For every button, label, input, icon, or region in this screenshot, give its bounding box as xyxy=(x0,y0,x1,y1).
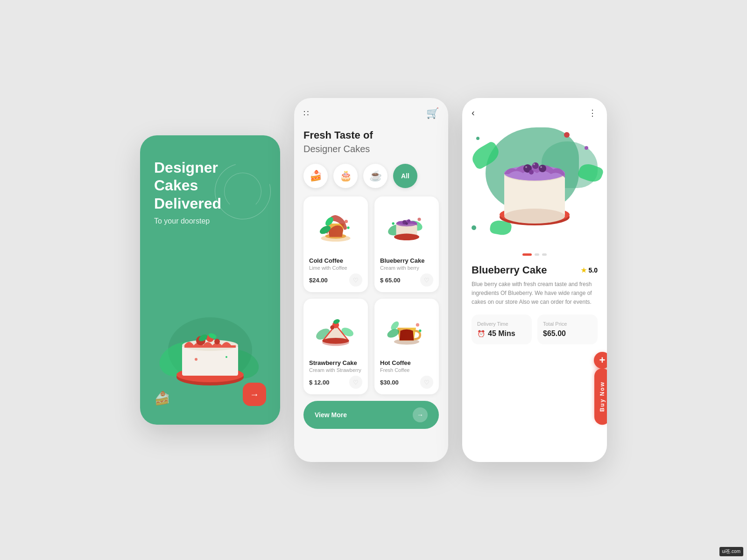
svg-point-28 xyxy=(405,222,408,224)
strawberry-image xyxy=(309,304,362,356)
product-card-cold-coffee[interactable]: Cold Coffee Lime with Coffee $24.00 ♡ xyxy=(303,196,368,292)
delivery-value-row: ⏰ 45 Mins xyxy=(477,329,526,338)
clock-icon: ⏰ xyxy=(477,330,485,337)
hot-coffee-wishlist[interactable]: ♡ xyxy=(420,376,433,389)
detail-info-row: Delivery Time ⏰ 45 Mins Total Price $65.… xyxy=(472,315,598,344)
blueberry-wishlist[interactable]: ♡ xyxy=(420,273,433,287)
price-info-card: Total Price $65.00 xyxy=(537,315,598,344)
delivery-value: 45 Mins xyxy=(488,329,515,338)
strawberry-desc: Cream with Strawberry xyxy=(309,367,362,373)
watermark: ui苍.com xyxy=(719,547,743,556)
strawberry-name: Strawberry Cake xyxy=(309,359,362,366)
product-description: Blue berry cake with fresh cream taste a… xyxy=(472,280,598,307)
back-button[interactable]: ‹ xyxy=(472,107,475,118)
dot-3[interactable] xyxy=(542,253,547,256)
svg-point-54 xyxy=(525,166,527,168)
product-card-hot-coffee[interactable]: Hot Coffee Fresh Coffee $30.00 ♡ xyxy=(374,299,439,394)
svg-point-27 xyxy=(407,219,410,223)
svg-point-53 xyxy=(529,170,534,175)
detail-name-row: Blueberry Cake ★ 5.0 xyxy=(472,264,598,276)
category-all[interactable]: All xyxy=(393,164,417,188)
product-card-strawberry[interactable]: Strawberry Cake Cream with Strawberry $ … xyxy=(303,299,368,394)
price-value-row: $65.00 xyxy=(543,329,592,338)
cold-coffee-image xyxy=(309,202,362,253)
svg-point-31 xyxy=(392,222,395,224)
category-coffee[interactable]: ☕ xyxy=(363,164,388,188)
get-started-button[interactable]: → xyxy=(243,383,266,406)
product-rating: ★ 5.0 xyxy=(581,266,598,274)
blueberry-desc: Cream with berry xyxy=(380,265,433,271)
more-options-button[interactable]: ⋮ xyxy=(588,108,598,118)
svg-point-55 xyxy=(533,163,535,165)
blueberry-name: Blueberry Cake xyxy=(380,257,433,264)
blueberry-price: $ 65.00 xyxy=(380,277,400,284)
svg-point-18 xyxy=(345,220,348,223)
deco-cake-icon: 🍰 xyxy=(154,391,170,406)
price-label: Total Price xyxy=(543,321,592,327)
hot-coffee-price: $30.00 xyxy=(380,379,399,386)
svg-point-13 xyxy=(226,356,227,358)
svg-point-12 xyxy=(195,358,197,361)
detail-screen: ‹ ⋮ xyxy=(462,98,607,462)
menu-title: Fresh Taste of Designer Cakes xyxy=(303,129,439,155)
dot-2[interactable] xyxy=(535,253,539,256)
menu-header: ∷ 🛒 xyxy=(303,107,439,119)
strawberry-price-row: $ 12.00 ♡ xyxy=(309,376,362,389)
buy-now-button[interactable]: Buy Now xyxy=(594,368,607,425)
svg-point-43 xyxy=(419,329,421,332)
product-card-blueberry[interactable]: Blueberry Cake Cream with berry $ 65.00 … xyxy=(374,196,439,292)
detail-product-name: Blueberry Cake xyxy=(472,264,547,276)
buy-now-container: + Buy Now xyxy=(594,352,607,425)
svg-point-42 xyxy=(416,323,419,327)
price-value: $65.00 xyxy=(543,329,566,338)
product-grid: Cold Coffee Lime with Coffee $24.00 ♡ xyxy=(303,196,439,394)
splash-screen: Designer Cakes Delivered To your doorste… xyxy=(140,135,280,425)
category-cake1[interactable]: 🍰 xyxy=(303,164,328,188)
svg-point-52 xyxy=(539,165,546,172)
svg-point-30 xyxy=(417,218,421,221)
hot-coffee-desc: Fresh Coffee xyxy=(380,367,433,373)
blueberry-price-row: $ 65.00 ♡ xyxy=(380,273,433,287)
svg-point-19 xyxy=(347,226,349,229)
strawberry-wishlist[interactable]: ♡ xyxy=(349,376,362,389)
strawberry-price: $ 12.00 xyxy=(309,379,329,386)
add-button[interactable]: + xyxy=(594,352,607,369)
view-more-arrow-icon: → xyxy=(413,407,428,422)
cake-illustration xyxy=(154,299,266,392)
svg-point-38 xyxy=(322,338,349,344)
delivery-label: Delivery Time xyxy=(477,321,526,327)
svg-point-56 xyxy=(540,166,542,168)
cold-coffee-wishlist[interactable]: ♡ xyxy=(349,273,362,287)
delivery-info-card: Delivery Time ⏰ 45 Mins xyxy=(472,315,532,344)
svg-point-51 xyxy=(532,162,539,169)
svg-point-29 xyxy=(394,234,419,240)
dot-1[interactable] xyxy=(522,253,532,256)
cold-coffee-desc: Lime with Coffee xyxy=(309,265,362,271)
hot-coffee-image xyxy=(380,304,433,356)
carousel-dots xyxy=(472,253,598,256)
menu-screen: ∷ 🛒 Fresh Taste of Designer Cakes 🍰 🎂 ☕ … xyxy=(294,98,448,462)
splash-bottom: 🍰 → xyxy=(154,383,266,406)
hot-coffee-price-row: $30.00 ♡ xyxy=(380,376,433,389)
svg-point-9 xyxy=(214,339,220,344)
detail-header: ‹ ⋮ xyxy=(472,107,598,118)
svg-point-36 xyxy=(330,325,334,329)
blueberry-image xyxy=(380,202,433,253)
category-filter-row: 🍰 🎂 ☕ All xyxy=(303,164,439,188)
svg-point-48 xyxy=(504,209,565,224)
cold-coffee-price: $24.00 xyxy=(309,277,328,284)
view-more-button[interactable]: View More → xyxy=(303,401,439,429)
cold-coffee-name: Cold Coffee xyxy=(309,257,362,264)
category-cake2[interactable]: 🎂 xyxy=(333,164,358,188)
cold-coffee-price-row: $24.00 ♡ xyxy=(309,273,362,287)
star-icon: ★ xyxy=(581,266,587,274)
menu-dots-icon: ∷ xyxy=(303,108,310,119)
hot-coffee-name: Hot Coffee xyxy=(380,359,433,366)
product-hero xyxy=(462,118,607,249)
cart-icon[interactable]: 🛒 xyxy=(426,107,439,119)
